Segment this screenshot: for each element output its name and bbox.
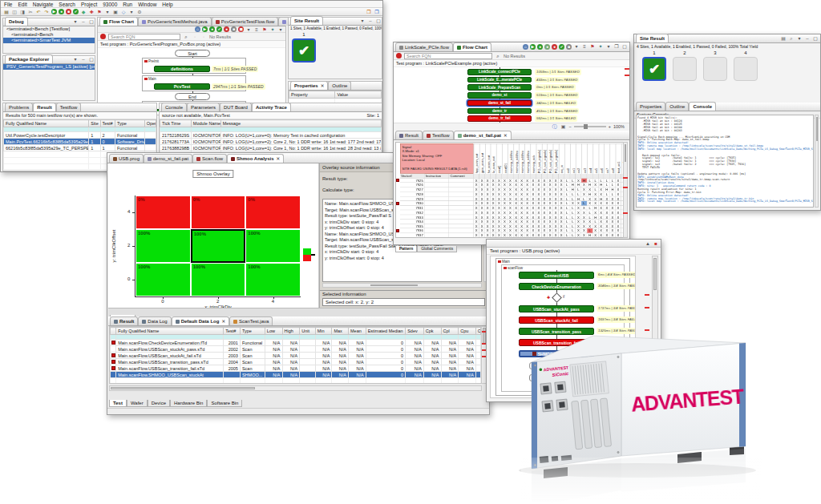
tab-testflow[interactable]: Testflow — [423, 131, 454, 139]
flow-node-connectusb[interactable]: ConnectUSB — [519, 272, 594, 279]
debug-item[interactable]: <terminated>SmarTest JVM — [3, 38, 95, 43]
flow-node-checkdeviceenumeration[interactable]: CheckDeviceEnumeration — [519, 283, 594, 290]
menu-edit[interactable]: Edit — [18, 2, 26, 7]
signal-col-so3[interactable]: so3 — [581, 143, 587, 174]
flow-node-pcvtest[interactable]: PcvTest — [154, 83, 210, 90]
tab-properties[interactable]: Properties — [636, 102, 665, 111]
signal-col-so5[interactable]: so5 — [592, 143, 598, 174]
tab-package-explorer[interactable]: Package Explorer — [5, 54, 53, 63]
menu-project[interactable]: Project — [81, 2, 97, 7]
table-row[interactable]: 2175218629SIOCMONITORINFO: LOG(U=1,core=… — [160, 132, 382, 139]
signal-col-pg-ack-signals[interactable]: PG_ack_signals[ — [536, 143, 542, 174]
tab-device[interactable]: Device — [148, 400, 170, 407]
tab-problems[interactable]: Problems — [5, 103, 33, 111]
search-input[interactable]: Search FQN — [108, 34, 180, 40]
signal-col-memory-addres[interactable]: memory_addres — [525, 143, 531, 174]
table-row[interactable]: Main.scanFlow.SHMOO_USBScan_stuckAtSHMOO… — [111, 372, 481, 378]
col-unit[interactable]: Unit — [300, 328, 316, 335]
tab-debug[interactable]: Debug — [5, 17, 28, 26]
col-type[interactable]: Type — [240, 328, 265, 335]
menu-window[interactable]: Window — [138, 2, 156, 7]
search-icon[interactable]: ⌕ — [183, 34, 189, 40]
continue-icon[interactable]: ● — [209, 26, 215, 32]
signal-col-ooj-io[interactable]: ooj_io — [559, 143, 564, 174]
flag-icon[interactable]: ⚑ — [589, 43, 596, 50]
shmoo-cell-x4-y2[interactable]: 100% — [245, 229, 301, 263]
grid-icon[interactable]: ▣ — [112, 9, 119, 15]
halt-icon[interactable]: ■ — [566, 44, 572, 50]
col-site[interactable]: Site — [89, 120, 100, 127]
menu-search[interactable]: Search — [59, 2, 75, 7]
tab-activity-trace[interactable]: Activity Trace — [252, 103, 291, 111]
record-icon[interactable]: ● — [100, 34, 106, 39]
flow-node-linkscale-e-meratepcie[interactable]: LinkScale_E...meratePCIe — [467, 77, 532, 83]
close-icon[interactable]: ✕ — [277, 156, 281, 161]
next-icon[interactable]: ◦ — [200, 34, 207, 40]
tab-default-data-log[interactable]: Default Data Log✕ — [172, 317, 229, 325]
signal-col-sout[interactable]: sout[] — [496, 143, 502, 174]
tab-result[interactable]: Result — [110, 317, 138, 325]
check-icon[interactable]: ✔ — [216, 26, 222, 32]
highlight-icon[interactable]: ✦ — [597, 43, 604, 50]
tab-testflow[interactable]: Testflow — [56, 103, 82, 111]
perspective-debug-icon[interactable]: ❐ — [374, 9, 380, 15]
home-icon[interactable]: ⌂ — [195, 26, 200, 32]
col-flag[interactable] — [111, 328, 116, 335]
site-box-1[interactable]: ✔ — [642, 57, 666, 81]
menu2-icon[interactable]: ▾ — [605, 43, 612, 50]
zoom-in[interactable]: + — [609, 124, 611, 129]
add-icon[interactable]: ✚ — [88, 9, 95, 15]
col-estimated-median[interactable]: Estimated Median — [366, 328, 406, 335]
zoom-out[interactable]: − — [568, 124, 571, 129]
menu-icon[interactable]: ▾ — [277, 26, 284, 33]
col-cpl[interactable]: Cpl — [441, 328, 459, 335]
signal-col-hpp-scan-out[interactable]: hpp_scan_out — [474, 143, 479, 174]
settings-icon[interactable]: ⚙ — [136, 9, 143, 15]
site-box-1[interactable]: ✔ — [292, 38, 316, 62]
selected-cell-value[interactable]: Selected cell: x: 2, y: 2 — [322, 298, 485, 306]
table-icon[interactable]: ▤ — [780, 35, 787, 42]
col-property[interactable]: Property — [289, 91, 335, 99]
signal-col-sout-0[interactable]: sout[0] — [502, 143, 508, 174]
prev-icon[interactable]: ◦ — [192, 34, 198, 40]
table-row[interactable]: Main.scanFlow.CheckDeviceEnumeration.fTd… — [111, 340, 481, 346]
tab-linkscale-pcie-flow[interactable]: LinkScale_PCIe.flow — [395, 42, 453, 51]
shmoo-cell-x2-y4[interactable]: 0% — [191, 196, 246, 229]
menu-file[interactable]: File — [4, 2, 12, 7]
tab-properties[interactable]: Properties✕ — [290, 81, 328, 90]
debug-item[interactable]: <terminated>Bench [Testflow] — [3, 26, 95, 32]
flow-node-demo-st[interactable]: demo_st — [467, 92, 532, 99]
flow-node-demo-tr[interactable]: demo_tr — [467, 108, 532, 115]
shmoo-cell-x0-y0[interactable]: 100% — [135, 263, 191, 296]
view-menu-icon[interactable]: ▾ — [72, 18, 79, 25]
signal-col-memory-ack[interactable]: memory_ack — [531, 143, 536, 174]
dropdown-icon[interactable]: ▾ — [128, 9, 135, 15]
minimize-icon[interactable]: ‒ — [367, 18, 374, 24]
tab-flow-chart[interactable]: Flow Chart — [99, 17, 138, 26]
menu-help[interactable]: Help — [162, 2, 172, 7]
minimize-icon[interactable]: ‒ — [804, 35, 811, 42]
signal-col-gpio-scan-out[interactable]: gpio_scan_out — [479, 143, 485, 174]
relaunch-icon[interactable]: ◆ — [80, 9, 87, 15]
print-icon[interactable]: ◨ — [19, 9, 26, 15]
site-box-4[interactable] — [734, 57, 758, 81]
halt-icon[interactable]: ■ — [231, 26, 237, 32]
shmoo-cell-x0-y4[interactable]: 0% — [135, 196, 191, 229]
tab-data-log[interactable]: Data Log — [138, 317, 171, 325]
shmoo-cell-x4-y0[interactable]: 100% — [245, 263, 301, 296]
zoom-icon[interactable]: ⌕ — [788, 35, 795, 42]
signal-col-so8[interactable]: so8 — [610, 143, 616, 174]
stop-flow-icon[interactable]: ● — [224, 26, 229, 32]
more-icon[interactable]: ▾ — [245, 26, 252, 33]
shmoo-cell-x4-y4[interactable]: 0% — [245, 196, 301, 229]
shmoo-cell-x2-y2[interactable]: 100% — [191, 229, 246, 263]
menu-run[interactable]: Run — [123, 2, 132, 7]
highlight-icon[interactable]: ✦ — [269, 26, 276, 33]
maximize-icon[interactable]: ▢ — [88, 56, 95, 62]
col-fully-qualified-name[interactable]: Fully Qualified Name — [116, 328, 224, 335]
restore-icon[interactable]: ❐ — [613, 43, 620, 50]
col-max[interactable]: Max — [332, 328, 349, 335]
table-row[interactable]: 2176388298BIOCMONITORINFO: LOG(U=1,core=… — [160, 145, 382, 151]
table-row[interactable]: Main.scanFlow.USBScan_stuckAt_pass.sTd20… — [111, 346, 481, 353]
tab-software-bin[interactable]: Software Bin — [207, 400, 242, 407]
